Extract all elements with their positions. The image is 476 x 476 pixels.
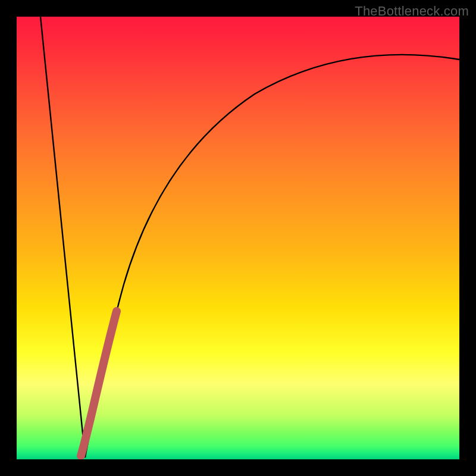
- chart-frame: TheBottleneck.com: [0, 0, 476, 476]
- curve-layer: [17, 17, 459, 459]
- plot-area: [17, 17, 459, 459]
- curve-right-rise: [85, 55, 459, 457]
- curve-highlight-segment: [81, 311, 117, 456]
- watermark-text: TheBottleneck.com: [355, 4, 469, 19]
- curve-left-descent: [40, 17, 85, 457]
